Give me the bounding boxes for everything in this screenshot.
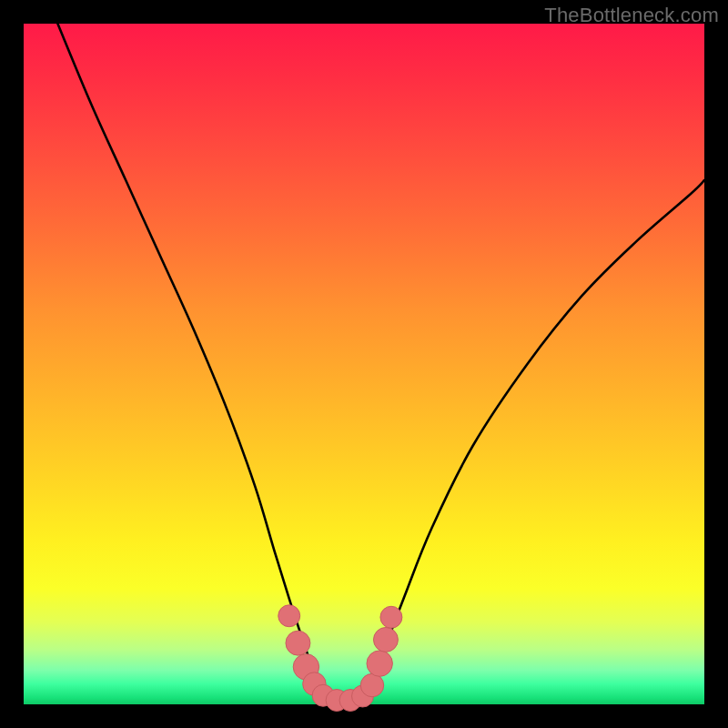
- chart-frame: TheBottleneck.com: [0, 0, 728, 728]
- data-marker: [380, 606, 402, 628]
- chart-plot-area: [24, 24, 704, 704]
- data-marker: [367, 651, 392, 676]
- data-marker: [360, 673, 383, 696]
- data-marker: [286, 631, 310, 655]
- bottleneck-curve: [57, 24, 704, 701]
- data-marker: [278, 605, 300, 627]
- watermark-label: TheBottleneck.com: [544, 4, 719, 27]
- chart-svg: [24, 24, 704, 704]
- data-marker: [373, 627, 398, 652]
